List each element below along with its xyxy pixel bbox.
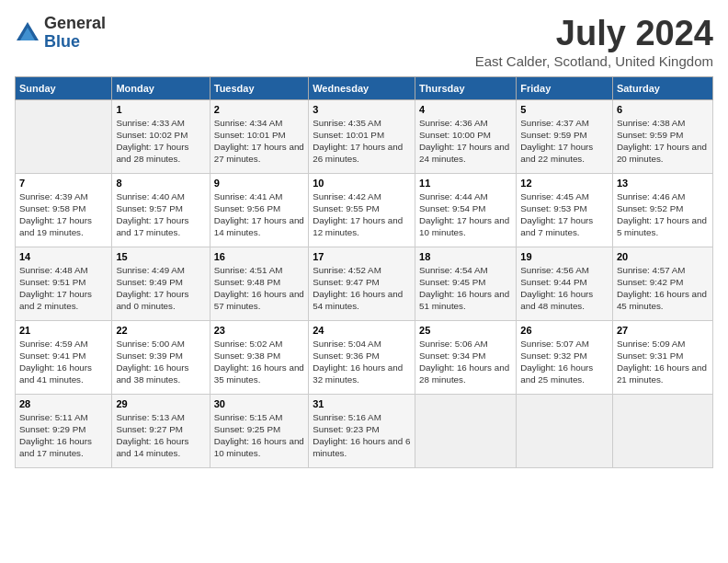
day-info: Sunrise: 4:52 AMSunset: 9:47 PMDaylight:… — [313, 264, 411, 313]
day-cell: 15Sunrise: 4:49 AMSunset: 9:49 PMDayligh… — [112, 247, 210, 320]
logo-icon — [15, 20, 40, 46]
day-number: 27 — [617, 325, 709, 336]
day-number: 24 — [313, 325, 411, 336]
day-info: Sunrise: 4:38 AMSunset: 9:59 PMDaylight:… — [617, 117, 709, 166]
day-number: 14 — [19, 251, 108, 262]
day-info: Sunrise: 4:39 AMSunset: 9:58 PMDaylight:… — [19, 190, 108, 239]
day-info: Sunrise: 4:51 AMSunset: 9:48 PMDaylight:… — [214, 264, 304, 313]
day-info: Sunrise: 4:57 AMSunset: 9:42 PMDaylight:… — [617, 264, 709, 313]
day-info: Sunrise: 4:49 AMSunset: 9:49 PMDaylight:… — [116, 264, 205, 313]
day-cell: 22Sunrise: 5:00 AMSunset: 9:39 PMDayligh… — [112, 320, 210, 394]
day-cell: 8Sunrise: 4:40 AMSunset: 9:57 PMDaylight… — [112, 173, 210, 247]
day-info: Sunrise: 5:11 AMSunset: 9:29 PMDaylight:… — [19, 411, 108, 460]
day-cell: 16Sunrise: 4:51 AMSunset: 9:48 PMDayligh… — [210, 247, 308, 320]
day-number: 30 — [214, 398, 304, 409]
header-day-thursday: Thursday — [415, 76, 517, 99]
day-info: Sunrise: 4:45 AMSunset: 9:53 PMDaylight:… — [520, 190, 609, 239]
header-day-sunday: Sunday — [16, 76, 112, 99]
day-number: 18 — [419, 251, 512, 262]
day-number: 11 — [419, 178, 512, 189]
day-info: Sunrise: 4:44 AMSunset: 9:54 PMDaylight:… — [419, 190, 512, 239]
day-cell: 29Sunrise: 5:13 AMSunset: 9:27 PMDayligh… — [112, 394, 210, 467]
day-number: 22 — [116, 325, 205, 336]
day-info: Sunrise: 4:41 AMSunset: 9:56 PMDaylight:… — [214, 190, 304, 239]
day-info: Sunrise: 4:40 AMSunset: 9:57 PMDaylight:… — [116, 190, 205, 239]
day-cell: 10Sunrise: 4:42 AMSunset: 9:55 PMDayligh… — [309, 173, 415, 247]
day-cell: 31Sunrise: 5:16 AMSunset: 9:23 PMDayligh… — [309, 394, 415, 467]
logo-general-text: General — [44, 15, 106, 33]
day-cell: 5Sunrise: 4:37 AMSunset: 9:59 PMDaylight… — [517, 99, 613, 173]
day-number: 4 — [419, 104, 512, 115]
week-row-1: 1Sunrise: 4:33 AMSunset: 10:02 PMDayligh… — [16, 99, 713, 173]
day-cell — [517, 394, 613, 467]
day-info: Sunrise: 4:48 AMSunset: 9:51 PMDaylight:… — [19, 264, 108, 313]
day-cell: 14Sunrise: 4:48 AMSunset: 9:51 PMDayligh… — [16, 247, 112, 320]
day-cell: 19Sunrise: 4:56 AMSunset: 9:44 PMDayligh… — [517, 247, 613, 320]
day-number: 20 — [617, 251, 709, 262]
week-row-4: 21Sunrise: 4:59 AMSunset: 9:41 PMDayligh… — [16, 320, 713, 394]
day-number: 25 — [419, 325, 512, 336]
header-day-monday: Monday — [112, 76, 210, 99]
day-number: 26 — [520, 325, 609, 336]
header-row: SundayMondayTuesdayWednesdayThursdayFrid… — [16, 76, 713, 99]
day-info: Sunrise: 5:07 AMSunset: 9:32 PMDaylight:… — [520, 338, 609, 386]
header-day-wednesday: Wednesday — [309, 76, 415, 99]
day-info: Sunrise: 5:02 AMSunset: 9:38 PMDaylight:… — [214, 338, 304, 386]
day-number: 9 — [214, 178, 304, 189]
day-number: 12 — [520, 178, 609, 189]
day-cell: 24Sunrise: 5:04 AMSunset: 9:36 PMDayligh… — [309, 320, 415, 394]
day-info: Sunrise: 4:37 AMSunset: 9:59 PMDaylight:… — [520, 117, 609, 166]
day-number: 3 — [313, 104, 411, 115]
day-number: 17 — [313, 251, 411, 262]
header: General Blue July 2024 East Calder, Scot… — [15, 15, 713, 69]
day-cell: 21Sunrise: 4:59 AMSunset: 9:41 PMDayligh… — [16, 320, 112, 394]
day-info: Sunrise: 4:46 AMSunset: 9:52 PMDaylight:… — [617, 190, 709, 239]
day-info: Sunrise: 4:54 AMSunset: 9:45 PMDaylight:… — [419, 264, 512, 313]
day-number: 5 — [520, 104, 609, 115]
day-cell: 27Sunrise: 5:09 AMSunset: 9:31 PMDayligh… — [612, 320, 712, 394]
day-info: Sunrise: 4:35 AMSunset: 10:01 PMDaylight… — [313, 117, 411, 166]
week-row-2: 7Sunrise: 4:39 AMSunset: 9:58 PMDaylight… — [16, 173, 713, 247]
logo: General Blue — [15, 15, 106, 52]
header-day-saturday: Saturday — [612, 76, 712, 99]
day-cell: 18Sunrise: 4:54 AMSunset: 9:45 PMDayligh… — [415, 247, 517, 320]
day-number: 1 — [116, 104, 205, 115]
header-day-friday: Friday — [517, 76, 613, 99]
day-info: Sunrise: 4:59 AMSunset: 9:41 PMDaylight:… — [19, 338, 108, 386]
day-number: 19 — [520, 251, 609, 262]
day-number: 13 — [617, 178, 709, 189]
day-number: 23 — [214, 325, 304, 336]
day-cell: 30Sunrise: 5:15 AMSunset: 9:25 PMDayligh… — [210, 394, 308, 467]
week-row-3: 14Sunrise: 4:48 AMSunset: 9:51 PMDayligh… — [16, 247, 713, 320]
day-number: 15 — [116, 251, 205, 262]
day-number: 31 — [313, 398, 411, 409]
header-day-tuesday: Tuesday — [210, 76, 308, 99]
day-info: Sunrise: 5:04 AMSunset: 9:36 PMDaylight:… — [313, 338, 411, 386]
day-cell: 13Sunrise: 4:46 AMSunset: 9:52 PMDayligh… — [612, 173, 712, 247]
day-cell: 9Sunrise: 4:41 AMSunset: 9:56 PMDaylight… — [210, 173, 308, 247]
day-info: Sunrise: 5:16 AMSunset: 9:23 PMDaylight:… — [313, 411, 411, 460]
day-cell: 3Sunrise: 4:35 AMSunset: 10:01 PMDayligh… — [309, 99, 415, 173]
day-cell: 11Sunrise: 4:44 AMSunset: 9:54 PMDayligh… — [415, 173, 517, 247]
day-info: Sunrise: 5:09 AMSunset: 9:31 PMDaylight:… — [617, 338, 709, 386]
day-number: 8 — [116, 178, 205, 189]
day-number: 28 — [19, 398, 108, 409]
day-cell: 25Sunrise: 5:06 AMSunset: 9:34 PMDayligh… — [415, 320, 517, 394]
day-info: Sunrise: 5:00 AMSunset: 9:39 PMDaylight:… — [116, 338, 205, 386]
title-area: July 2024 East Calder, Scotland, United … — [475, 15, 713, 69]
day-info: Sunrise: 4:34 AMSunset: 10:01 PMDaylight… — [214, 117, 304, 166]
day-info: Sunrise: 5:06 AMSunset: 9:34 PMDaylight:… — [419, 338, 512, 386]
day-info: Sunrise: 4:33 AMSunset: 10:02 PMDaylight… — [116, 117, 205, 166]
day-number: 16 — [214, 251, 304, 262]
day-number: 7 — [19, 178, 108, 189]
location: East Calder, Scotland, United Kingdom — [475, 53, 713, 69]
day-info: Sunrise: 5:15 AMSunset: 9:25 PMDaylight:… — [214, 411, 304, 460]
logo-text: General Blue — [44, 15, 106, 52]
day-cell — [415, 394, 517, 467]
day-cell: 4Sunrise: 4:36 AMSunset: 10:00 PMDayligh… — [415, 99, 517, 173]
day-cell: 23Sunrise: 5:02 AMSunset: 9:38 PMDayligh… — [210, 320, 308, 394]
day-number: 2 — [214, 104, 304, 115]
day-info: Sunrise: 4:42 AMSunset: 9:55 PMDaylight:… — [313, 190, 411, 239]
day-cell: 20Sunrise: 4:57 AMSunset: 9:42 PMDayligh… — [612, 247, 712, 320]
day-cell: 6Sunrise: 4:38 AMSunset: 9:59 PMDaylight… — [612, 99, 712, 173]
